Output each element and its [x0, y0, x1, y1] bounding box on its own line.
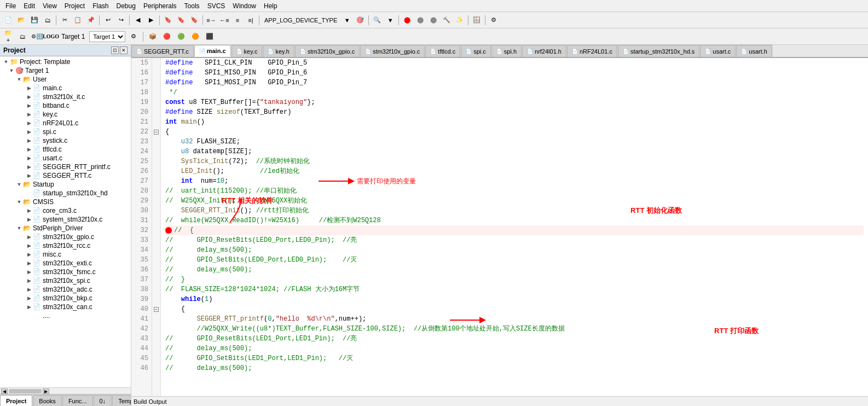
logo-button[interactable]: LOGO: [45, 31, 57, 43]
tree-file-systick[interactable]: ▶ 📄 systick.c: [0, 136, 131, 145]
tree-startup-group[interactable]: ▼ 📂 Startup: [0, 180, 131, 189]
tab-tftlcd[interactable]: 📄 tftlcd.c: [425, 45, 460, 57]
tree-file-key[interactable]: ▶ 📄 key.c: [0, 110, 131, 119]
menu-tools[interactable]: Tools: [181, 1, 203, 11]
nav-fwd-button[interactable]: ▶: [145, 14, 157, 26]
tree-file-bkp[interactable]: ▶ 📄 stm32f10x_bkp.c: [0, 294, 131, 303]
code-content[interactable]: #define SPI1_CLK_PIN GPIO_Pin_5 #define …: [161, 58, 868, 396]
menu-project[interactable]: Project: [61, 1, 88, 11]
window-button[interactable]: 🪟: [471, 14, 483, 26]
tab-spi-h[interactable]: 📄 spi.h: [491, 45, 522, 57]
bookmark3-button[interactable]: 🔖: [188, 14, 200, 26]
unindent-button[interactable]: ←≡: [218, 14, 230, 26]
search-button[interactable]: 🔍: [371, 14, 383, 26]
nav-back-button[interactable]: ◀: [132, 14, 144, 26]
collapse-btn-22[interactable]: −: [154, 130, 159, 135]
scroll-thumb[interactable]: [9, 389, 42, 393]
tab-startup[interactable]: 📄 startup_stm32f10x_hd.s: [618, 45, 699, 57]
menu-edit[interactable]: Edit: [20, 1, 38, 11]
tab-usart-h[interactable]: 📄 usart.h: [736, 45, 772, 57]
cut-button[interactable]: ✂: [59, 14, 71, 26]
sidebar-tab-temp[interactable]: Temp...: [112, 395, 131, 406]
tree-root[interactable]: ▼ 📁 Project: Template: [0, 57, 131, 66]
magic-button[interactable]: ✨: [454, 14, 466, 26]
redo-button[interactable]: ↪: [115, 14, 127, 26]
bookmark2-button[interactable]: 🔖: [175, 14, 187, 26]
tree-file-core[interactable]: ▶ 📄 core_cm3.c: [0, 206, 131, 215]
tab-gpio-c1[interactable]: 📄 stm32f10x_gpio.c: [295, 45, 360, 57]
tree-file-adc[interactable]: ▶ 📄 stm32f10x_adc.c: [0, 285, 131, 294]
scroll-left-btn[interactable]: ◀: [1, 388, 8, 394]
menu-peripherals[interactable]: Peripherals: [140, 1, 180, 11]
tree-file-nrf[interactable]: ▶ 📄 nRF24L01.c: [0, 119, 131, 127]
tab-gpio-c2[interactable]: 📄 stm32f10x_gpio.c: [360, 45, 425, 57]
target-button[interactable]: 🎯: [354, 14, 366, 26]
format2-button[interactable]: ≡|: [245, 14, 257, 26]
menu-help[interactable]: Help: [261, 1, 281, 11]
sidebar-undock-button[interactable]: ⊡: [111, 47, 119, 54]
tab-key-c[interactable]: 📄 key.c: [232, 45, 263, 57]
target-select[interactable]: Target 1: [89, 31, 125, 42]
flash-erase-button[interactable]: 🔴: [161, 31, 173, 43]
menu-svcs[interactable]: SVCS: [204, 1, 229, 11]
tree-file-system[interactable]: ▶ 📄 system_stm32f10x.c: [0, 215, 131, 224]
tree-file-spi[interactable]: ▶ 📄 spi.c: [0, 127, 131, 136]
sidebar-tab-books[interactable]: Books: [33, 395, 62, 406]
tab-key-h[interactable]: 📄 key.h: [263, 45, 294, 57]
manage-button[interactable]: 🗂: [16, 31, 28, 43]
menu-flash[interactable]: Flash: [89, 1, 112, 11]
tab-nrf-h[interactable]: 📄 nrf24l01.h: [522, 45, 566, 57]
indent-button[interactable]: ≡→: [205, 14, 217, 26]
menu-view[interactable]: View: [39, 1, 60, 11]
tab-usart-c[interactable]: 📄 usart.c: [700, 45, 736, 57]
menu-window[interactable]: Window: [229, 1, 259, 11]
step-button[interactable]: ⬤: [427, 14, 439, 26]
flash-download-button[interactable]: 🟢: [175, 31, 187, 43]
new-group-button[interactable]: 📁+: [2, 31, 14, 43]
tree-file-stm32it[interactable]: ▶ 📄 stm32f10x_it.c: [0, 92, 131, 101]
target-settings-button[interactable]: ⚙: [128, 31, 140, 43]
sidebar-hscroll[interactable]: ◀ ▶: [0, 387, 131, 394]
code-area[interactable]: 15 16 17 18 19 20 21 22 23 24 25 26 27 2…: [131, 58, 868, 396]
collapse-btn-40[interactable]: −: [154, 307, 159, 312]
tree-file-misc[interactable]: ▶ 📄 misc.c: [0, 250, 131, 259]
tab-main[interactable]: 📄 main.c: [194, 45, 231, 57]
undo-button[interactable]: ↩: [102, 14, 114, 26]
config-button[interactable]: ⚙🔢: [31, 31, 43, 43]
tree-file-main[interactable]: ▶ 📄 main.c: [0, 84, 131, 92]
tree-file-usart[interactable]: ▶ 📄 usart.c: [0, 154, 131, 163]
flash-extra-button[interactable]: ⬛: [204, 31, 216, 43]
save-button[interactable]: 💾: [28, 14, 40, 26]
tree-user-group[interactable]: ▼ 📂 User: [0, 75, 131, 84]
dropdown-button[interactable]: ▼: [341, 14, 353, 26]
bookmark-button[interactable]: 🔖: [162, 14, 174, 26]
tree-file-fsmc[interactable]: ▶ 📄 stm32f10x_fsmc.c: [0, 268, 131, 276]
tab-spi-c[interactable]: 📄 spi.c: [461, 45, 491, 57]
tree-stdperiph-group[interactable]: ▼ 📂 StdPeriph_Driver: [0, 224, 131, 233]
tree-file-segger-rtt[interactable]: ▶ 📄 SEGGER_RTT.c: [0, 171, 131, 180]
paste-button[interactable]: 📌: [85, 14, 97, 26]
sidebar-tab-0[interactable]: 0↓: [94, 395, 112, 406]
tree-file-can[interactable]: ▶ 📄 stm32f10x_can.c: [0, 303, 131, 311]
tree-file-startup[interactable]: 📄 startup_stm32f10x_hd: [0, 189, 131, 198]
format-button[interactable]: ≡: [232, 14, 244, 26]
sidebar-tab-project[interactable]: Project: [0, 395, 32, 406]
open-file-button[interactable]: 📂: [15, 14, 27, 26]
tree-file-tft[interactable]: ▶ 📄 tftlcd.c: [0, 145, 131, 154]
search-drop-button[interactable]: ▼: [384, 14, 396, 26]
options-button[interactable]: ⚙: [488, 14, 500, 26]
stop-button[interactable]: ⬤: [414, 14, 426, 26]
device-type-button[interactable]: APP_LOG_DEVICE_TYPE: [262, 14, 340, 26]
tree-file-segger-printf[interactable]: ▶ 📄 SEGGER_RTT_printf.c: [0, 163, 131, 171]
sidebar-close-button[interactable]: ✕: [120, 47, 128, 54]
tab-nrf-c[interactable]: 📄 nRF24L01.c: [567, 45, 617, 57]
menu-debug[interactable]: Debug: [113, 1, 139, 11]
tree-file-bitband[interactable]: ▶ 📄 bitband.c: [0, 101, 131, 110]
tab-segger-rtt[interactable]: 📄 SEGGER_RTT.c: [131, 45, 194, 57]
run-button[interactable]: ⬤: [401, 14, 413, 26]
save-all-button[interactable]: 🗂: [42, 14, 54, 26]
menu-file[interactable]: File: [2, 1, 19, 11]
tree-file-exti[interactable]: ▶ 📄 stm32f10x_exti.c: [0, 259, 131, 268]
sidebar-tab-func[interactable]: Func...: [62, 395, 93, 406]
batch-build-button[interactable]: 📦: [147, 31, 159, 43]
